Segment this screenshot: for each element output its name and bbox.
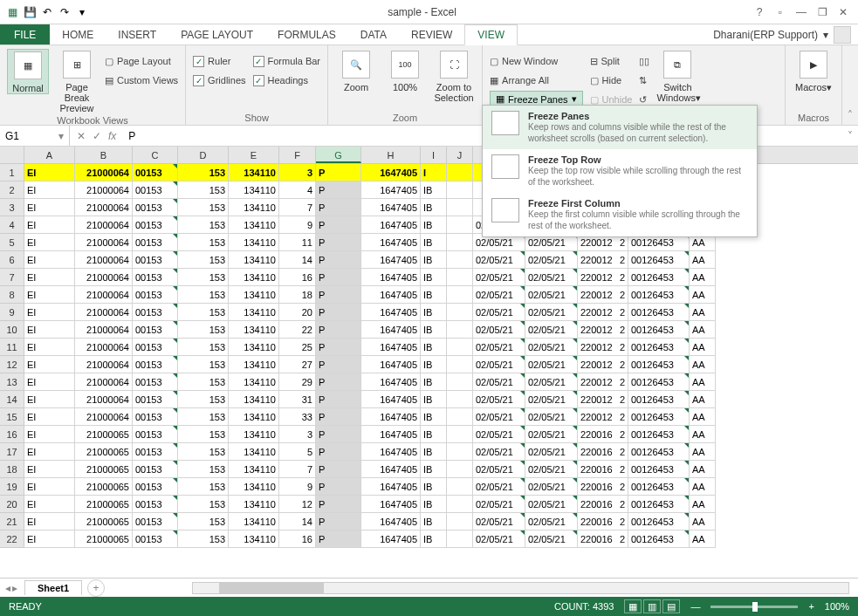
- cell[interactable]: 02/05/21: [525, 391, 578, 408]
- cell[interactable]: 1647405: [361, 216, 421, 234]
- cell[interactable]: 2200122: [578, 304, 628, 321]
- cell[interactable]: [447, 356, 473, 373]
- row-header[interactable]: 5: [0, 234, 24, 251]
- row-header[interactable]: 9: [0, 304, 24, 321]
- cell[interactable]: P: [316, 530, 361, 548]
- sync-scroll-button[interactable]: ⇅: [639, 72, 649, 89]
- cell[interactable]: 02/05/21: [525, 356, 578, 373]
- cell[interactable]: 02/05/21: [473, 496, 525, 513]
- tab-formulas[interactable]: FORMULAS: [265, 24, 348, 44]
- cell[interactable]: 134110: [229, 391, 279, 408]
- cell[interactable]: 21000064: [75, 181, 133, 199]
- column-header-A[interactable]: A: [24, 147, 75, 163]
- cell[interactable]: 02/05/21: [473, 269, 525, 286]
- cell[interactable]: P: [316, 443, 361, 461]
- cell[interactable]: AA: [690, 339, 716, 356]
- cell[interactable]: 1647405: [361, 339, 421, 356]
- cell[interactable]: 134110: [229, 199, 279, 216]
- row-header[interactable]: 8: [0, 286, 24, 304]
- cell[interactable]: 00126453: [628, 339, 690, 356]
- cell[interactable]: 00153: [133, 164, 178, 181]
- cell[interactable]: 1647405: [361, 426, 421, 443]
- cell[interactable]: 00126453: [628, 426, 690, 443]
- cell[interactable]: [447, 321, 473, 339]
- cell[interactable]: 02/05/21: [525, 478, 578, 496]
- cell[interactable]: 134110: [229, 513, 279, 530]
- cell[interactable]: EI: [24, 408, 75, 426]
- cell[interactable]: AA: [690, 478, 716, 496]
- minimize-icon[interactable]: —: [792, 3, 811, 21]
- undo-icon[interactable]: ↶: [40, 5, 54, 19]
- cell[interactable]: EI: [24, 181, 75, 199]
- cell[interactable]: 1647405: [361, 443, 421, 461]
- cell[interactable]: IB: [421, 496, 447, 513]
- row-header[interactable]: 17: [0, 443, 24, 461]
- cell[interactable]: 134110: [229, 269, 279, 286]
- tab-file[interactable]: FILE: [0, 24, 50, 44]
- row-header[interactable]: 7: [0, 269, 24, 286]
- cell[interactable]: IB: [421, 530, 447, 548]
- zoom-100-button[interactable]: 100100%: [384, 49, 426, 92]
- cell[interactable]: 2200122: [578, 373, 628, 391]
- cell[interactable]: 02/05/21: [473, 513, 525, 530]
- cell[interactable]: P: [316, 339, 361, 356]
- cell[interactable]: AA: [690, 356, 716, 373]
- cell[interactable]: 00126453: [628, 496, 690, 513]
- cell[interactable]: 29: [279, 373, 316, 391]
- cell[interactable]: 02/05/21: [473, 443, 525, 461]
- cell[interactable]: 00153: [133, 496, 178, 513]
- scrollbar-thumb[interactable]: [219, 583, 324, 593]
- cell[interactable]: 153: [178, 478, 229, 496]
- cell[interactable]: AA: [690, 286, 716, 304]
- cell[interactable]: 153: [178, 339, 229, 356]
- cell[interactable]: 134110: [229, 321, 279, 339]
- column-header-E[interactable]: E: [229, 147, 279, 163]
- row-header[interactable]: 3: [0, 199, 24, 216]
- save-icon[interactable]: 💾: [23, 5, 37, 19]
- cell[interactable]: 00126453: [628, 356, 690, 373]
- cell[interactable]: 00153: [133, 339, 178, 356]
- column-header-G[interactable]: G: [316, 147, 361, 163]
- cell[interactable]: 1647405: [361, 373, 421, 391]
- cell[interactable]: 02/05/21: [473, 408, 525, 426]
- freeze-panes-option[interactable]: Freeze PanesKeep rows and columns visibl…: [483, 106, 757, 149]
- cell[interactable]: P: [316, 496, 361, 513]
- cell[interactable]: 153: [178, 461, 229, 478]
- zoom-out-icon[interactable]: —: [690, 601, 700, 612]
- cell[interactable]: 00153: [133, 408, 178, 426]
- cell[interactable]: P: [316, 251, 361, 269]
- cell[interactable]: 2200162: [578, 496, 628, 513]
- cell[interactable]: [447, 496, 473, 513]
- row-header[interactable]: 12: [0, 356, 24, 373]
- cell[interactable]: 1647405: [361, 478, 421, 496]
- cell[interactable]: 33: [279, 408, 316, 426]
- cell[interactable]: [447, 478, 473, 496]
- cell[interactable]: 02/05/21: [473, 251, 525, 269]
- cell[interactable]: 4: [279, 181, 316, 199]
- restore-icon[interactable]: ❐: [813, 3, 832, 21]
- cell[interactable]: [447, 199, 473, 216]
- cell[interactable]: 02/05/21: [525, 426, 578, 443]
- freeze-first-column-option[interactable]: Freeze First ColumnKeep the first column…: [483, 193, 757, 236]
- cell[interactable]: 02/05/21: [473, 373, 525, 391]
- cell[interactable]: [447, 304, 473, 321]
- normal-button[interactable]: ▦Normal: [7, 49, 49, 94]
- cell[interactable]: 134110: [229, 443, 279, 461]
- cell[interactable]: 1647405: [361, 181, 421, 199]
- cell[interactable]: 134110: [229, 373, 279, 391]
- cell[interactable]: 00153: [133, 356, 178, 373]
- cell[interactable]: 16: [279, 269, 316, 286]
- cell[interactable]: 21000064: [75, 321, 133, 339]
- cell[interactable]: 134110: [229, 426, 279, 443]
- cell[interactable]: EI: [24, 426, 75, 443]
- cell[interactable]: 02/05/21: [525, 461, 578, 478]
- cell[interactable]: 2200162: [578, 513, 628, 530]
- cell[interactable]: EI: [24, 443, 75, 461]
- cell[interactable]: 02/05/21: [473, 391, 525, 408]
- cell[interactable]: 2200122: [578, 251, 628, 269]
- cell[interactable]: EI: [24, 304, 75, 321]
- cell[interactable]: 21000064: [75, 216, 133, 234]
- cell[interactable]: 02/05/21: [473, 530, 525, 548]
- cell[interactable]: 1647405: [361, 496, 421, 513]
- cell[interactable]: EI: [24, 391, 75, 408]
